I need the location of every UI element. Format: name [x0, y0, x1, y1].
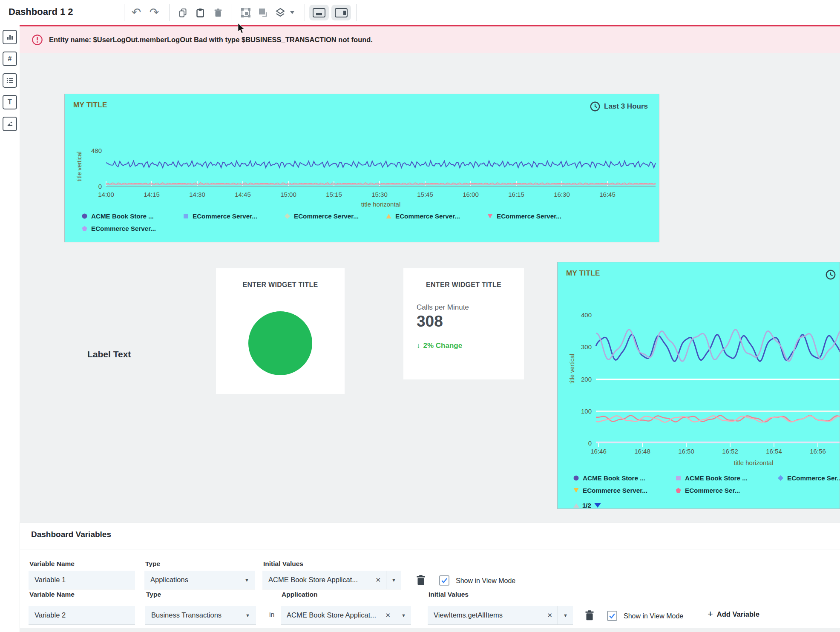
sidebar-item-text-widget[interactable]: T: [3, 95, 17, 109]
toolbar: Dashboard 1 2 ↶ ↷: [0, 0, 840, 25]
delete-icon[interactable]: [210, 0, 227, 25]
legend-pager: 1/2: [573, 502, 601, 509]
metric-value: 308: [417, 313, 443, 330]
type-label: Type: [145, 560, 160, 568]
layers-caret-icon[interactable]: [288, 0, 296, 25]
metric-change: ↓ 2% Change: [417, 342, 462, 350]
show-in-view-mode-label: Show in View Mode: [456, 577, 515, 585]
down-arrow-icon: ↓: [417, 342, 420, 350]
layers-icon[interactable]: [272, 0, 289, 25]
application-input[interactable]: ACME Book Store Applicat... ✕: [281, 606, 396, 625]
clear-value-icon[interactable]: ✕: [547, 612, 552, 619]
application-dropdown[interactable]: ▼: [396, 606, 411, 625]
legend-item[interactable]: ECommerce Server...: [573, 487, 676, 494]
legend-label: ECommerce Server...: [583, 487, 647, 494]
bar-chart-icon: [6, 33, 14, 41]
legend-label: ECommerce Server...: [91, 225, 156, 232]
page-down-icon[interactable]: [594, 503, 601, 508]
x-tick-label: 15:00: [274, 191, 303, 198]
initial-values-dropdown[interactable]: ▼: [558, 606, 573, 625]
variable-name-label: Variable Name: [29, 560, 75, 568]
paste-icon[interactable]: [192, 0, 209, 25]
resize-widget-icon[interactable]: [254, 0, 271, 25]
legend-marker-diamond-icon: [285, 213, 290, 219]
legend-marker-triangle-down-icon: [487, 213, 493, 219]
metric-widget[interactable]: ENTER WIDGET TITLE Calls per Minute 308 …: [403, 268, 524, 379]
variable-name-input[interactable]: Variable 2: [29, 606, 135, 625]
legend-label: ECommerce Ser...: [787, 474, 840, 482]
legend-item[interactable]: ACME Book Store ...: [676, 474, 778, 482]
legend-marker-triangle-down-icon: [573, 488, 579, 493]
clear-value-icon[interactable]: ✕: [375, 576, 381, 584]
x-tick-label: 16:56: [803, 448, 832, 455]
page-up-icon[interactable]: [573, 503, 579, 508]
redo-icon[interactable]: ↷: [146, 0, 163, 25]
show-in-view-mode-checkbox[interactable]: [607, 611, 617, 621]
legend-item[interactable]: ECommerce Server...: [82, 225, 183, 232]
sidebar-item-image-widget[interactable]: [3, 117, 17, 131]
copy-icon[interactable]: [175, 0, 192, 25]
sidebar-item-list-widget[interactable]: [3, 73, 17, 88]
type-select[interactable]: Business Transactions ▼: [145, 606, 256, 625]
timeseries-widget-1[interactable]: MY TITLE Last 3 Hours title vertical tit…: [64, 94, 659, 242]
variable-name-input[interactable]: Variable 1: [29, 571, 135, 589]
delete-variable-icon[interactable]: [415, 574, 426, 588]
initial-values-input[interactable]: ACME Book Store Applicat... ✕: [262, 571, 386, 589]
delete-variable-icon[interactable]: [584, 609, 595, 623]
legend-item[interactable]: ECommerce Ser...: [778, 474, 840, 482]
legend-item[interactable]: ECommerce Server...: [285, 213, 386, 220]
line-chart-plot: [106, 147, 656, 187]
sidebar-item-numeric-widget[interactable]: #: [3, 52, 17, 66]
fit-to-frame-icon[interactable]: [237, 0, 254, 25]
right-panel-toggle[interactable]: [331, 5, 351, 20]
widget-title: ENTER WIDGET TITLE: [403, 281, 524, 289]
sidebar-item-chart-widget[interactable]: [3, 30, 17, 44]
clear-value-icon[interactable]: ✕: [385, 612, 391, 619]
y-tick-label: 200: [572, 376, 592, 383]
legend-item[interactable]: ECommerce Server...: [386, 213, 487, 220]
type-select[interactable]: Applications ▼: [144, 571, 255, 589]
toolbar-divider: [356, 4, 357, 21]
legend-item[interactable]: ACME Book Store ...: [82, 213, 183, 220]
x-tick-label: 15:30: [365, 191, 394, 198]
error-icon: [32, 34, 43, 46]
legend-item[interactable]: ECommerce Server...: [183, 213, 285, 220]
x-tick-label: 16:00: [456, 191, 485, 198]
application-value: ACME Book Store Applicat...: [287, 611, 380, 619]
type-value: Business Transactions: [151, 611, 245, 619]
bottom-panel-toggle[interactable]: [309, 5, 329, 20]
legend-item[interactable]: ECommerce Ser...: [676, 487, 778, 494]
dashboard-title: Dashboard 1 2: [9, 6, 73, 17]
x-tick-label: 16:54: [759, 448, 788, 455]
time-range[interactable]: [825, 269, 836, 280]
add-variable-button[interactable]: + Add Variable: [708, 609, 759, 619]
list-icon: [6, 77, 14, 84]
legend-label: ECommerce Server...: [395, 213, 460, 220]
initial-values-dropdown[interactable]: ▼: [386, 571, 401, 589]
show-in-view-mode-checkbox[interactable]: [439, 575, 449, 586]
health-widget[interactable]: ENTER WIDGET TITLE: [216, 268, 345, 394]
legend-item[interactable]: ECommerce Server...: [487, 213, 589, 220]
legend-marker-pentagon-icon: [82, 226, 87, 231]
legend-marker-square-icon: [183, 213, 189, 219]
y-axis-title: title vertical: [76, 152, 83, 181]
initial-values-input[interactable]: ViewItems.getAllItems ✕: [428, 606, 558, 625]
legend-label: ACME Book Store ...: [91, 213, 154, 220]
initial-value: ViewItems.getAllItems: [434, 611, 542, 619]
x-tick-label: 15:45: [411, 191, 440, 198]
type-label: Type: [146, 591, 161, 598]
x-axis-title: title horizontal: [106, 201, 656, 208]
label-widget[interactable]: Label Text: [87, 349, 131, 359]
legend-label: ECommerce Server...: [294, 213, 359, 220]
time-range[interactable]: Last 3 Hours: [590, 101, 648, 112]
error-banner: Entity name: $UserLogOut.memberLogOut Ba…: [20, 25, 840, 53]
timeseries-widget-2[interactable]: MY TITLE title vertical title horizontal…: [557, 262, 840, 509]
x-tick-label: 16:46: [584, 448, 613, 455]
text-icon: T: [8, 99, 12, 106]
clock-icon: [590, 101, 601, 112]
legend-item[interactable]: ACME Book Store ...: [573, 474, 676, 482]
time-range-label: Last 3 Hours: [604, 102, 648, 111]
checkmark-icon: [609, 613, 616, 619]
widget-sidebar: # T: [0, 25, 20, 632]
undo-icon[interactable]: ↶: [128, 0, 145, 25]
